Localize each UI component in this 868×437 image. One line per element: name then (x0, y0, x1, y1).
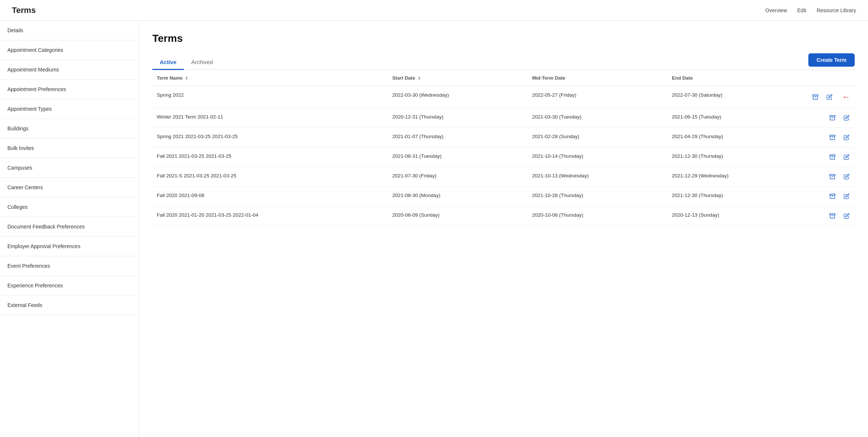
cell-end-date: 2022-07-30 (Saturday) (667, 86, 807, 108)
action-icons: ← (812, 92, 850, 102)
cell-start-date: 2021-08-31 (Tuesday) (388, 147, 527, 167)
svg-rect-10 (830, 194, 835, 195)
sidebar-item-buildings[interactable]: Buildings (0, 119, 139, 139)
table-row: Fall 2021 2021-03-25 2021-03-252021-08-3… (152, 147, 855, 167)
table-row: Spring 20222022-03-30 (Wednesday)2022-05… (152, 86, 855, 108)
cell-term-name: Fall 2021-S 2021-03-25 2021-03-25 (152, 167, 388, 187)
cell-end-date: 2021-12-29 (Wednesday) (667, 167, 807, 187)
edit-button[interactable] (843, 134, 850, 141)
edit-button[interactable] (843, 193, 850, 200)
table-row: Spring 2021 2021-03-25 2021-03-252021-01… (152, 128, 855, 147)
archive-button[interactable] (829, 193, 836, 200)
sidebar-item-event-preferences[interactable]: Event Preferences (0, 256, 139, 276)
archive-button[interactable] (812, 93, 819, 101)
cell-end-date: 2021-12-30 (Thursday) (667, 187, 807, 206)
cell-end-date: 2021-06-15 (Tuesday) (667, 108, 807, 128)
page-title: Terms (12, 6, 36, 15)
main-content: Terms Active Archived Create Term Term N… (139, 21, 868, 437)
archive-button[interactable] (829, 173, 836, 180)
cell-actions (807, 206, 855, 226)
sidebar: Details Appointment Categories Appointme… (0, 21, 139, 437)
table-row: Fall 2020 2021-01-20 2021-03-25 2022-01-… (152, 206, 855, 226)
col-term-name[interactable]: Term Name ⇕ (152, 70, 388, 86)
col-start-date[interactable]: Start Date ⇕ (388, 70, 527, 86)
sidebar-item-appointment-preferences[interactable]: Appointment Preferences (0, 80, 139, 99)
table-row: Winter 2021 Term 2021-02-112020-12-31 (T… (152, 108, 855, 128)
sidebar-item-career-centers[interactable]: Career Centers (0, 178, 139, 197)
sidebar-item-appointment-mediums[interactable]: Appointment Mediums (0, 60, 139, 80)
sidebar-item-employer-approval-preferences[interactable]: Employer Approval Preferences (0, 237, 139, 256)
cell-term-name: Fall 2021 2021-03-25 2021-03-25 (152, 147, 388, 167)
sidebar-item-experience-preferences[interactable]: Experience Preferences (0, 276, 139, 296)
cell-start-date: 2021-07-30 (Friday) (388, 167, 527, 187)
sidebar-item-details[interactable]: Details (0, 21, 139, 40)
cell-actions: ← (807, 86, 855, 108)
cell-actions (807, 167, 855, 187)
red-arrow-annotation: ← (842, 92, 850, 102)
main-title: Terms (152, 33, 855, 44)
col-mid-term-date: Mid-Term Date (528, 70, 667, 86)
cell-actions (807, 108, 855, 128)
sort-arrow-start-date: ⇕ (418, 76, 421, 80)
tabs: Active Archived (152, 55, 220, 70)
col-end-date: End Date (667, 70, 807, 86)
svg-rect-6 (830, 155, 835, 156)
sort-arrow-term-name: ⇕ (185, 76, 188, 80)
table-row: Fall 2021-S 2021-03-25 2021-03-252021-07… (152, 167, 855, 187)
cell-term-name: Spring 2022 (152, 86, 388, 108)
svg-rect-8 (830, 174, 835, 176)
cell-mid-term-date: 2021-10-13 (Wednesday) (528, 167, 667, 187)
cell-end-date: 2021-12-30 (Thursday) (667, 147, 807, 167)
edit-button[interactable] (843, 173, 850, 180)
edit-button[interactable] (843, 114, 850, 121)
svg-rect-2 (830, 116, 835, 117)
svg-rect-12 (830, 214, 835, 215)
tab-archived[interactable]: Archived (184, 55, 220, 70)
action-icons (812, 153, 850, 161)
cell-actions (807, 128, 855, 147)
archive-button[interactable] (829, 134, 836, 141)
sidebar-item-colleges[interactable]: Colleges (0, 197, 139, 217)
top-nav: Terms Overview Edit Resource Library (0, 0, 868, 21)
cell-term-name: Fall 2020 2021-01-20 2021-03-25 2022-01-… (152, 206, 388, 226)
sidebar-item-appointment-categories[interactable]: Appointment Categories (0, 40, 139, 60)
tabs-row: Active Archived Create Term (152, 53, 855, 70)
cell-start-date: 2021-08-30 (Monday) (388, 187, 527, 206)
edit-button[interactable] (843, 212, 850, 220)
sidebar-item-appointment-types[interactable]: Appointment Types (0, 99, 139, 119)
create-term-button[interactable]: Create Term (808, 53, 855, 67)
cell-mid-term-date: 2022-05-27 (Friday) (528, 86, 667, 108)
tab-active[interactable]: Active (152, 55, 184, 70)
cell-start-date: 2020-08-09 (Sunday) (388, 206, 527, 226)
svg-rect-4 (830, 135, 835, 136)
nav-edit[interactable]: Edit (797, 7, 806, 13)
sidebar-item-document-feedback-preferences[interactable]: Document Feedback Preferences (0, 217, 139, 237)
cell-mid-term-date: 2021-10-28 (Thursday) (528, 187, 667, 206)
sidebar-item-external-feeds[interactable]: External Feeds (0, 296, 139, 315)
cell-mid-term-date: 2021-02-28 (Sunday) (528, 128, 667, 147)
nav-resource-library[interactable]: Resource Library (816, 7, 856, 13)
cell-start-date: 2021-01-07 (Thursday) (388, 128, 527, 147)
action-icons (812, 193, 850, 200)
archive-button[interactable] (829, 153, 836, 161)
action-icons (812, 114, 850, 121)
archive-button[interactable] (829, 212, 836, 220)
cell-start-date: 2020-12-31 (Thursday) (388, 108, 527, 128)
cell-term-name: Fall 2020 2021-09-08 (152, 187, 388, 206)
cell-start-date: 2022-03-30 (Wednesday) (388, 86, 527, 108)
cell-end-date: 2020-12-13 (Sunday) (667, 206, 807, 226)
nav-links: Overview Edit Resource Library (765, 7, 856, 13)
sidebar-item-campuses[interactable]: Campuses (0, 158, 139, 178)
edit-button[interactable] (843, 153, 850, 161)
cell-mid-term-date: 2021-10-14 (Thursday) (528, 147, 667, 167)
svg-rect-0 (813, 95, 818, 96)
edit-button[interactable] (826, 93, 833, 101)
nav-overview[interactable]: Overview (765, 7, 787, 13)
layout: Details Appointment Categories Appointme… (0, 21, 868, 437)
archive-button[interactable] (829, 114, 836, 121)
cell-actions (807, 187, 855, 206)
cell-end-date: 2021-04-29 (Thursday) (667, 128, 807, 147)
sidebar-item-bulk-invites[interactable]: Bulk Invites (0, 139, 139, 158)
cell-mid-term-date: 2021-03-30 (Tuesday) (528, 108, 667, 128)
action-icons (812, 134, 850, 141)
